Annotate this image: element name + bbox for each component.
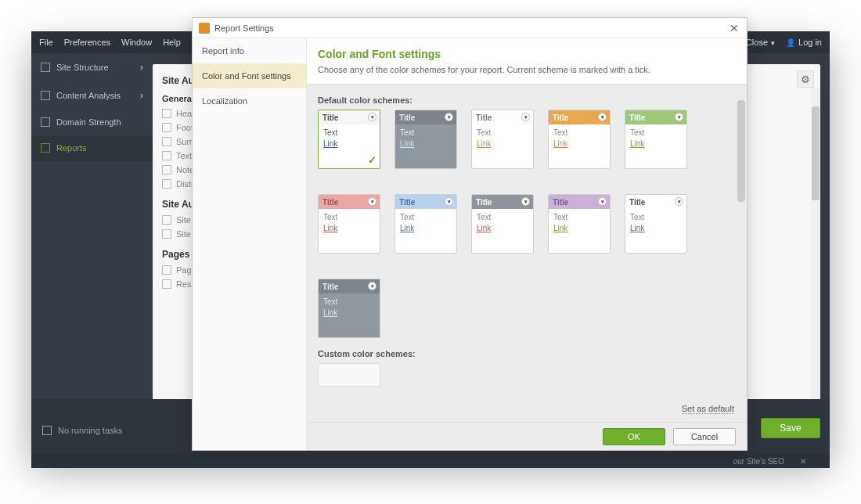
nav-report-info[interactable]: Report info [193,38,306,63]
analysis-icon [41,91,50,100]
color-scheme-swatch[interactable]: Title▾TextLink [471,194,534,254]
swatch-text: Text [553,213,605,221]
chevron-down-icon[interactable]: ▾ [368,282,376,290]
swatch-body: TextLink [549,124,610,152]
settings-gear-button[interactable]: ⚙ [797,70,814,88]
schemes-scrollbar[interactable] [737,85,745,422]
sidebar-item-content-analysis[interactable]: Content Analysis [31,81,153,110]
sidebar-item-reports[interactable]: Reports [31,135,153,161]
nav-color-font[interactable]: Color and Font settings [193,63,306,88]
swatch-text: Text [323,297,375,306]
swatch-title: Title▾ [319,110,380,124]
ok-button[interactable]: OK [603,428,665,445]
swatch-body: TextLink [472,124,533,152]
chevron-down-icon[interactable]: ▾ [368,197,376,206]
sidebar-label: Reports [56,143,87,153]
close-icon[interactable]: ✕ [800,457,806,466]
swatch-title: Title▾ [625,195,686,209]
dialog-nav: Report info Color and Font settings Loca… [193,38,307,450]
swatch-text: Text [477,128,528,137]
schemes-container: Default color schemes: Title▾TextLink✓Ti… [307,85,747,422]
color-scheme-swatch[interactable]: Title▾TextLink✓ [318,110,380,169]
swatch-text: Text [323,213,375,221]
scrollbar-thumb[interactable] [812,106,820,200]
sidebar-item-site-structure[interactable]: Site Structure [31,53,153,81]
dialog-titlebar: Report Settings ✕ [193,18,747,38]
swatch-body: TextLink [319,209,380,236]
swatch-title: Title▾ [319,279,380,293]
content-scrollbar[interactable] [811,88,820,413]
swatch-body: TextLink [319,124,380,152]
swatch-body: TextLink [625,209,686,236]
chevron-down-icon[interactable]: ▾ [445,113,453,121]
gear-icon: ⚙ [801,74,810,85]
bottom-promo-bar: our Site's SEO✕ [31,454,830,468]
panel-heading: Color and Font settings [318,48,736,60]
save-button[interactable]: Save [761,418,820,438]
swatch-title: Title▾ [319,195,380,209]
app-logo-icon [199,23,210,34]
swatch-link: Link [400,224,452,232]
sidebar-item-domain-strength[interactable]: Domain Strength [31,110,153,135]
report-settings-dialog: Report Settings ✕ Report info Color and … [192,17,748,451]
color-scheme-swatch[interactable]: Title▾TextLink [394,110,457,169]
swatch-text: Text [630,213,682,221]
color-scheme-swatch[interactable]: Title▾TextLink [625,110,687,169]
running-tasks-status[interactable]: No running tasks [42,426,123,435]
swatch-title: Title▾ [549,110,610,124]
swatch-title: Title▾ [549,195,610,209]
swatch-body: TextLink [549,209,610,236]
swatch-link: Link [323,139,375,148]
dialog-close-button[interactable]: ✕ [728,22,740,34]
swatch-title: Title▾ [625,110,686,124]
color-scheme-swatch[interactable]: Title▾TextLink [394,194,457,254]
close-dropdown[interactable]: Close [746,38,775,47]
strength-icon [41,117,50,127]
color-scheme-swatch[interactable]: Title▾TextLink [625,194,687,254]
default-schemes-label: Default color schemes: [318,95,736,105]
swatch-text: Text [630,128,682,137]
chevron-down-icon[interactable]: ▾ [598,197,607,206]
panel-subheading: Choose any of the color schemes for your… [318,65,736,74]
chevron-down-icon[interactable]: ▾ [445,197,453,206]
sidebar-label: Domain Strength [56,117,121,127]
chevron-down-icon[interactable]: ▾ [675,197,683,206]
custom-schemes-label: Custom color schemes: [318,349,736,358]
chevron-down-icon[interactable]: ▾ [521,113,530,121]
swatch-text: Text [553,128,605,137]
menu-window[interactable]: Window [121,38,152,47]
swatch-link: Link [553,139,605,148]
color-scheme-swatch[interactable]: Title▾TextLink [318,279,380,338]
set-as-default-link[interactable]: Set as default [682,404,734,414]
swatch-text: Text [400,213,452,221]
swatch-link: Link [323,308,375,317]
menu-help[interactable]: Help [163,38,181,47]
chevron-down-icon[interactable]: ▾ [368,113,376,121]
default-schemes-grid: Title▾TextLink✓Title▾TextLinkTitle▾TextL… [318,110,736,338]
color-scheme-swatch[interactable]: Title▾TextLink [318,194,380,254]
nav-localization[interactable]: Localization [193,88,306,113]
swatch-link: Link [400,139,452,148]
scrollbar-thumb[interactable] [737,100,745,202]
color-scheme-swatch[interactable]: Title▾TextLink [471,110,534,169]
chevron-down-icon[interactable]: ▾ [675,113,683,121]
add-custom-scheme-button[interactable] [318,363,380,387]
swatch-link: Link [630,224,682,232]
menu-preferences[interactable]: Preferences [64,38,110,47]
chevron-down-icon[interactable]: ▾ [598,113,607,121]
dialog-title: Report Settings [214,23,274,33]
swatch-title: Title▾ [395,195,456,209]
chevron-down-icon[interactable]: ▾ [521,197,530,206]
cancel-button[interactable]: Cancel [673,428,736,445]
color-scheme-swatch[interactable]: Title▾TextLink [548,110,611,169]
swatch-link: Link [323,224,375,232]
dialog-main: Color and Font settings Choose any of th… [307,38,747,450]
color-scheme-swatch[interactable]: Title▾TextLink [548,194,611,254]
dialog-footer: OK Cancel [307,422,747,450]
app-sidebar: Site Structure Content Analysis Domain S… [31,53,153,399]
login-button[interactable]: Log in [786,38,822,47]
menu-file[interactable]: File [39,38,53,47]
swatch-text: Text [400,128,452,137]
topbar-right: Close Log in [746,31,822,53]
reports-icon [41,143,50,153]
